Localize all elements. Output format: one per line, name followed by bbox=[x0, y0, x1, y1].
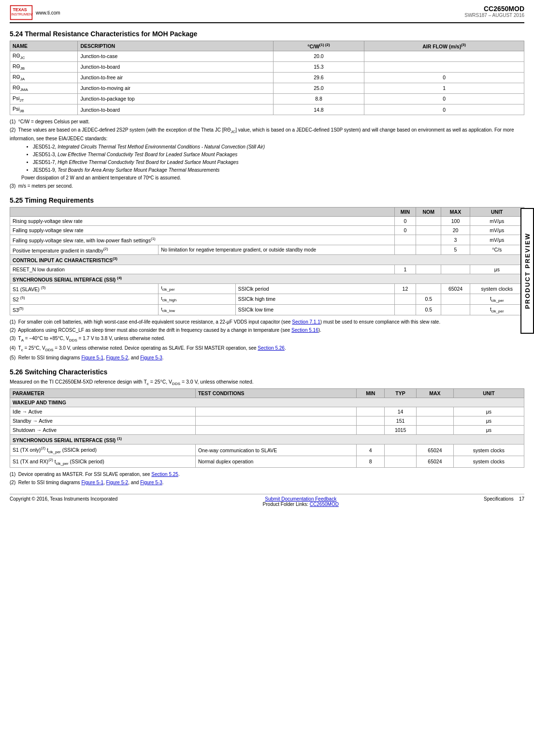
table-row: Standby → Active 151 μs bbox=[10, 416, 524, 425]
footnote-num: (2) bbox=[10, 480, 15, 485]
cell-min bbox=[394, 245, 416, 255]
list-item: JESD51-2, Integrated Circuits Thermal Te… bbox=[33, 143, 524, 150]
col-parameter: PARAMETER bbox=[10, 388, 196, 398]
cell-cond: SSIClk low time bbox=[235, 304, 394, 315]
cell-airflow bbox=[364, 61, 524, 72]
section-label: SYNCHRONOUS SERIAL INTERFACE (SSI) (1) bbox=[10, 434, 524, 445]
cell-min: 4 bbox=[357, 445, 385, 456]
svg-text:INSTRUMENTS: INSTRUMENTS bbox=[11, 12, 33, 16]
figure-link[interactable]: Figure 5-2 bbox=[106, 480, 129, 485]
cell-airflow bbox=[364, 51, 524, 61]
cell-param: S3(5) bbox=[10, 304, 159, 315]
cell-min bbox=[357, 425, 385, 434]
page-header: TEXAS INSTRUMENTS www.ti.com CC2650MOD S… bbox=[10, 5, 524, 23]
section-526-title: 5.26 Switching Characteristics bbox=[10, 368, 524, 376]
cell-unit: tclk_per bbox=[470, 304, 524, 315]
table-row: RΘJMA Junction-to-moving air 25.0 1 bbox=[10, 83, 524, 93]
table-row: Falling supply-voltage slew rate, with l… bbox=[10, 235, 524, 245]
product-preview-label: PRODUCT PREVIEW bbox=[524, 233, 531, 309]
cell-val: 20.0 bbox=[273, 51, 364, 61]
table-row: RΘJB Junction-to-board 15.3 bbox=[10, 61, 524, 72]
power-note: Power dissipation of 2 W and an ambient … bbox=[21, 174, 524, 181]
page-footer: Copyright © 2016, Texas Instruments Inco… bbox=[10, 494, 524, 507]
cell-max: 100 bbox=[441, 217, 470, 226]
table-row: Idle → Active 14 μs bbox=[10, 407, 524, 416]
cell-nom bbox=[416, 284, 441, 294]
footer-copyright: Copyright © 2016, Texas Instruments Inco… bbox=[10, 496, 117, 507]
cell-min: 8 bbox=[357, 456, 385, 467]
cell-unit: μs bbox=[453, 416, 524, 425]
website-label: www.ti.com bbox=[36, 10, 60, 15]
logo-area: TEXAS INSTRUMENTS www.ti.com bbox=[10, 5, 60, 20]
section-525-footnotes: (1) For smaller coin cell batteries, wit… bbox=[10, 318, 524, 361]
cell-desc: Junction-to-package top bbox=[78, 93, 273, 104]
cell-max bbox=[441, 294, 470, 304]
footnote-num: (1) bbox=[10, 319, 15, 325]
cell-cond: No limitation for negative temperature g… bbox=[159, 245, 394, 255]
cell-name: RΘJMA bbox=[10, 83, 78, 93]
cell-airflow: 1 bbox=[364, 83, 524, 93]
table-row: RESET_N low duration 1 μs bbox=[10, 265, 524, 274]
cell-typ: 14 bbox=[385, 407, 417, 416]
product-folder-link[interactable]: CC2650MOD bbox=[310, 502, 339, 507]
footnote-num: (1) bbox=[10, 119, 15, 124]
cell-param: Positive temperature gradient in standby… bbox=[10, 245, 159, 255]
figure-link[interactable]: Figure 5-1 bbox=[81, 355, 103, 360]
section-link[interactable]: Section 7.1.1 bbox=[292, 319, 320, 325]
cell-max bbox=[416, 416, 453, 425]
cell-param: Rising supply-voltage slew rate bbox=[10, 217, 395, 226]
section-524-footnotes: (1) °C/W = degrees Celsius per watt. (2)… bbox=[10, 118, 524, 190]
footnote-num: (2) bbox=[10, 327, 15, 333]
svg-text:TEXAS: TEXAS bbox=[13, 7, 27, 12]
cell-max: 65024 bbox=[416, 456, 453, 467]
col-cwatt: °C/W(1) (2) bbox=[273, 41, 364, 51]
cell-val: 25.0 bbox=[273, 83, 364, 93]
section-link[interactable]: Section 5.16 bbox=[291, 327, 318, 333]
figure-link[interactable]: Figure 5-1 bbox=[81, 480, 103, 485]
footnote-num: (3) bbox=[10, 183, 15, 189]
cell-param: S1 (TX and RX)(2) tclk_per (SSIClk perio… bbox=[10, 456, 196, 467]
cell-airflow: 0 bbox=[364, 72, 524, 83]
col-description: DESCRIPTION bbox=[78, 41, 273, 51]
cell-desc: Junction-to-case bbox=[78, 51, 273, 61]
figure-link[interactable]: Figure 5-3 bbox=[140, 355, 162, 360]
footnote-3: (3) TA = −40°C to +85°C, VDDS = 1.7 V to… bbox=[10, 335, 524, 343]
section-link[interactable]: Section 5.25 bbox=[151, 472, 178, 477]
cell-sub: tclk_low bbox=[159, 304, 235, 315]
col-max: MAX bbox=[416, 388, 453, 398]
figure-link[interactable]: Figure 5-3 bbox=[140, 480, 162, 485]
table-row: S1 (SLAVE) (5) tclk_per SSIClk period 12… bbox=[10, 284, 524, 294]
footnote-2: (2) Applications using RCOSC_LF as sleep… bbox=[10, 326, 524, 334]
section-link[interactable]: Section 5.26 bbox=[258, 345, 285, 351]
section-label: WAKEUP AND TIMING bbox=[10, 398, 524, 407]
footnote-num: (3) bbox=[10, 336, 15, 341]
section-526-footnotes: (1) Device operating as MASTER. For SSI … bbox=[10, 471, 524, 486]
cell-min: 1 bbox=[394, 265, 416, 274]
cell-max: 65024 bbox=[416, 445, 453, 456]
cell-name: RΘJC bbox=[10, 51, 78, 61]
cell-param: Falling supply-voltage slew rate bbox=[10, 226, 395, 235]
list-item: JESD51-3, Low Effective Thermal Conducti… bbox=[33, 151, 524, 158]
cell-name: PsiJB bbox=[10, 104, 78, 115]
list-item: JESD51-7, High Effective Thermal Conduct… bbox=[33, 159, 524, 166]
figure-link[interactable]: Figure 5-2 bbox=[106, 355, 129, 360]
table-row: Positive temperature gradient in standby… bbox=[10, 245, 524, 255]
cell-nom bbox=[416, 226, 441, 235]
cell-cond: Normal duplex operation bbox=[195, 456, 356, 467]
cell-max: 3 bbox=[441, 235, 470, 245]
footnote-num: (2) bbox=[10, 127, 15, 133]
cell-min: 12 bbox=[394, 284, 416, 294]
cell-min bbox=[394, 235, 416, 245]
feedback-link[interactable]: Submit Documentation Feedback bbox=[265, 496, 336, 502]
cell-unit: system clocks bbox=[453, 456, 524, 467]
section-524-title: 5.24 Thermal Resistance Characteristics … bbox=[10, 30, 524, 38]
cell-cond bbox=[195, 425, 356, 434]
cell-val: 8.8 bbox=[273, 93, 364, 104]
cell-param: S2 (5) bbox=[10, 294, 159, 304]
section-526-intro: Measured on the TI CC2650EM-5XD referenc… bbox=[10, 379, 524, 386]
cell-nom bbox=[416, 265, 441, 274]
cell-param: Standby → Active bbox=[10, 416, 196, 425]
cell-max: 5 bbox=[441, 245, 470, 255]
footnote-num: (5) bbox=[10, 355, 15, 360]
cell-param: RESET_N low duration bbox=[10, 265, 395, 274]
